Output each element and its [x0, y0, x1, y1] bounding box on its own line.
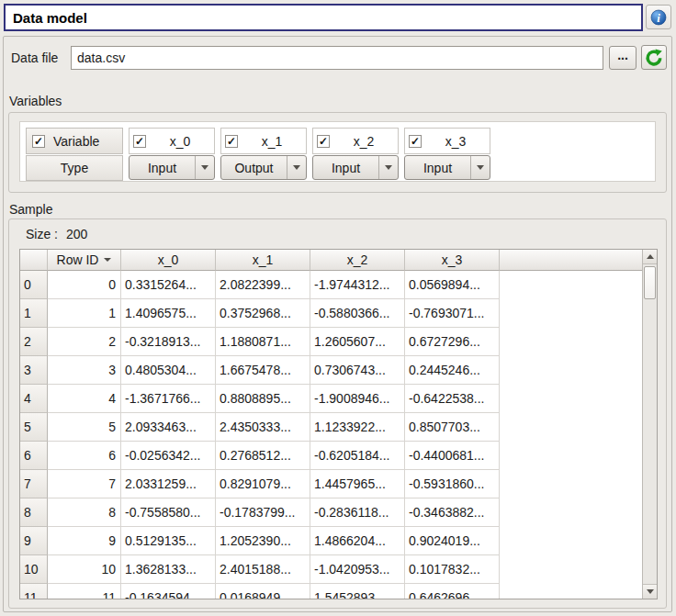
row-header[interactable]: 0 — [20, 271, 48, 299]
row-header[interactable]: 5 — [20, 413, 48, 442]
row-header[interactable]: 1 — [20, 299, 48, 328]
cell-value[interactable]: -0.5931860... — [405, 470, 500, 498]
cell-value[interactable]: 2.0331259... — [121, 470, 216, 498]
row-header[interactable]: 7 — [20, 470, 48, 498]
column-header-Row ID[interactable]: Row ID — [48, 250, 121, 271]
cell-value[interactable]: -1.3671766... — [121, 385, 216, 413]
cell-value[interactable]: 1.1880871... — [216, 328, 310, 356]
scrollbar-thumb[interactable] — [644, 266, 656, 299]
cell-value[interactable]: -0.6205184... — [310, 442, 405, 470]
cell-value[interactable]: -0.4400681... — [405, 442, 500, 470]
cell-value[interactable]: 1.6675478... — [216, 356, 310, 385]
cell-row-id[interactable]: 7 — [48, 470, 121, 498]
cell-value[interactable]: 0.0569894... — [405, 271, 500, 299]
column-header-x_3[interactable]: x_3 — [405, 250, 500, 271]
variable-cell-x_3[interactable]: ✓x_3 — [404, 128, 490, 154]
checkbox-icon[interactable]: ✓ — [317, 135, 330, 148]
cell-value[interactable]: 0.7306743... — [310, 356, 405, 385]
cell-value[interactable]: 0.8291079... — [216, 470, 310, 498]
column-header-x_1[interactable]: x_1 — [216, 250, 310, 271]
scroll-down-button[interactable] — [643, 584, 657, 599]
cell-value[interactable]: 0.6727296... — [405, 328, 500, 356]
type-combo-x_0[interactable]: Input — [129, 155, 215, 180]
cell-value[interactable]: 1.4457965... — [310, 470, 405, 498]
variable-cell-x_2[interactable]: ✓x_2 — [312, 128, 399, 154]
row-header[interactable]: 10 — [20, 555, 48, 584]
cell-row-id[interactable]: 4 — [48, 385, 121, 413]
checkbox-icon[interactable]: ✓ — [225, 135, 238, 148]
cell-value[interactable]: 1.5452893... — [310, 584, 405, 599]
cell-value[interactable]: 1.4096575... — [121, 299, 216, 328]
cell-value[interactable]: 1.1233922... — [310, 413, 405, 442]
cell-value[interactable]: -1.9744312... — [310, 271, 405, 299]
variable-header-cell[interactable]: ✓ Variable — [26, 128, 123, 154]
cell-value[interactable]: 1.3628133... — [121, 555, 216, 584]
cell-value[interactable]: -0.2836118... — [310, 498, 405, 527]
cell-value[interactable]: 2.0933463... — [121, 413, 216, 442]
cell-value[interactable]: -1.0420953... — [310, 555, 405, 584]
info-button[interactable]: i — [646, 5, 671, 29]
row-header[interactable]: 3 — [20, 356, 48, 385]
cell-value[interactable]: -0.3463882... — [405, 498, 500, 527]
cell-value[interactable]: 2.0822399... — [216, 271, 310, 299]
cell-value[interactable]: -0.0256342... — [121, 442, 216, 470]
cell-row-id[interactable]: 11 — [48, 584, 121, 599]
scroll-up-button[interactable] — [643, 250, 657, 264]
cell-row-id[interactable]: 2 — [48, 328, 121, 356]
cell-value[interactable]: -0.1783799... — [216, 498, 310, 527]
cell-value[interactable]: -0.3218913... — [121, 328, 216, 356]
cell-value[interactable]: -0.6422538... — [405, 385, 500, 413]
row-filler — [500, 470, 642, 498]
cell-row-id[interactable]: 9 — [48, 527, 121, 555]
cell-row-id[interactable]: 3 — [48, 356, 121, 385]
checkbox-icon[interactable]: ✓ — [32, 135, 45, 148]
variable-cell-x_1[interactable]: ✓x_1 — [220, 128, 307, 154]
cell-value[interactable]: 0.9024019... — [405, 527, 500, 555]
type-combo-x_3[interactable]: Input — [404, 155, 490, 180]
cell-value[interactable]: -1.9008946... — [310, 385, 405, 413]
row-header[interactable]: 11 — [20, 584, 48, 599]
cell-value[interactable]: 0.0168949... — [216, 584, 310, 599]
cell-value[interactable]: -0.7693071... — [405, 299, 500, 328]
cell-value[interactable]: 2.4350333... — [216, 413, 310, 442]
type-combo-x_2[interactable]: Input — [312, 155, 399, 180]
cell-value[interactable]: 0.5129135... — [121, 527, 216, 555]
cell-row-id[interactable]: 1 — [48, 299, 121, 328]
cell-row-id[interactable]: 6 — [48, 442, 121, 470]
cell-value[interactable]: 1.2052390... — [216, 527, 310, 555]
cell-value[interactable]: 2.4015188... — [216, 555, 310, 584]
type-combo-x_1[interactable]: Output — [220, 155, 307, 180]
column-header-x_2[interactable]: x_2 — [310, 250, 405, 271]
cell-row-id[interactable]: 10 — [48, 555, 121, 584]
cell-value[interactable]: 1.2605607... — [310, 328, 405, 356]
cell-value[interactable]: 0.3752968... — [216, 299, 310, 328]
row-header[interactable]: 2 — [20, 328, 48, 356]
cell-value[interactable]: 0.4805304... — [121, 356, 216, 385]
checkbox-icon[interactable]: ✓ — [133, 135, 146, 148]
column-header-x_0[interactable]: x_0 — [121, 250, 216, 271]
cell-value[interactable]: 0.6462696... — [405, 584, 500, 599]
cell-value[interactable]: 0.1017832... — [405, 555, 500, 584]
cell-row-id[interactable]: 0 — [48, 271, 121, 299]
cell-row-id[interactable]: 8 — [48, 498, 121, 527]
refresh-button[interactable] — [641, 45, 667, 70]
cell-value[interactable]: 0.3315264... — [121, 271, 216, 299]
checkbox-icon[interactable]: ✓ — [409, 135, 422, 148]
cell-value[interactable]: 0.2768512... — [216, 442, 310, 470]
row-header[interactable]: 8 — [20, 498, 48, 527]
cell-value[interactable]: 1.4866204... — [310, 527, 405, 555]
cell-value[interactable]: 0.8507703... — [405, 413, 500, 442]
cell-value[interactable]: -0.5880366... — [310, 299, 405, 328]
vertical-scrollbar[interactable] — [642, 250, 657, 599]
row-header[interactable]: 6 — [20, 442, 48, 470]
cell-value[interactable]: 0.2445246... — [405, 356, 500, 385]
row-header[interactable]: 4 — [20, 385, 48, 413]
cell-value[interactable]: 0.8808895... — [216, 385, 310, 413]
row-header[interactable]: 9 — [20, 527, 48, 555]
data-file-input[interactable] — [71, 46, 603, 70]
browse-button[interactable]: ... — [609, 46, 637, 70]
cell-value[interactable]: -0.1634594... — [121, 584, 216, 599]
cell-value[interactable]: -0.7558580... — [121, 498, 216, 527]
variable-cell-x_0[interactable]: ✓x_0 — [129, 128, 215, 154]
cell-row-id[interactable]: 5 — [48, 413, 121, 442]
